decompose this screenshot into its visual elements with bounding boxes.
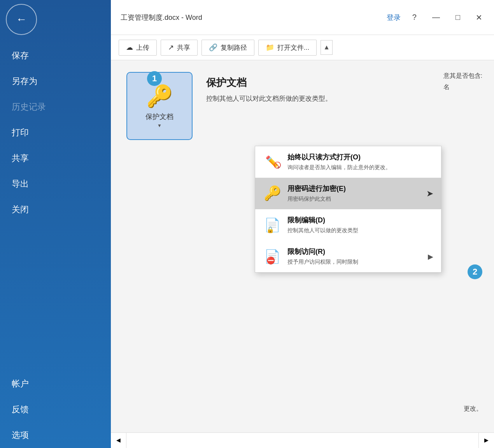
protect-desc-title: 保护文档 <box>206 76 332 89</box>
maximize-button[interactable]: □ <box>452 11 464 23</box>
scroll-right-button[interactable]: ► <box>478 433 494 448</box>
bottom-scrollbar: ◄ ► <box>111 432 494 448</box>
menu-item-restrict-access-text: 限制访问(R) 授予用户访问权限，同时限制 <box>287 247 422 266</box>
bottom-partial-text: 更改。 <box>464 405 482 413</box>
sidebar-item-export[interactable]: 导出 <box>0 171 111 197</box>
help-button[interactable]: ? <box>408 11 420 23</box>
upload-icon: ☁ <box>126 43 133 52</box>
minimize-button[interactable]: — <box>428 11 444 23</box>
titlebar-filename: 工资管理制度.docx - Word <box>121 13 387 22</box>
protect-doc-label: 保护文档 <box>145 112 173 121</box>
titlebar-controls: 登录 ? — □ ✕ <box>387 11 486 24</box>
menu-item-restrict-edit-text: 限制编辑(D) 控制其他人可以做的更改类型 <box>287 215 433 234</box>
protect-desc: 保护文档 控制其他人可以对此文档所做的更改类型。 <box>206 72 332 104</box>
submenu-arrow: ▶ <box>428 252 433 261</box>
sidebar-item-close[interactable]: 关闭 <box>0 197 111 222</box>
login-link[interactable]: 登录 <box>387 13 401 22</box>
sidebar-item-save[interactable]: 保存 <box>0 43 111 68</box>
toolbar-scroll-up[interactable]: ▲ <box>321 40 333 55</box>
share-icon: ↗ <box>168 43 174 52</box>
pencil-cancel-icon: ✏️🚫 <box>263 152 282 171</box>
scroll-left-button[interactable]: ◄ <box>111 433 126 448</box>
menu-item-encrypt-text: 用密码进行加密(E) 用密码保护此文档 <box>287 184 417 203</box>
badge-1: 1 <box>147 71 162 86</box>
sidebar-item-saveas[interactable]: 另存为 <box>0 68 111 94</box>
close-button[interactable]: ✕ <box>472 11 486 24</box>
file-stop-icon: 📄⛔ <box>263 247 282 266</box>
file-lock-icon: 📄🔒 <box>263 215 282 234</box>
menu-item-encrypt[interactable]: 🔑 用密码进行加密(E) 用密码保护此文档 ➤ <box>255 178 441 209</box>
copy-path-button[interactable]: 🔗 复制路径 <box>201 40 254 56</box>
main-content: 1 🔑 保护文档 ▼ 保护文档 控制其他人可以对此文档所做的更改类型。 意其是否… <box>111 60 494 432</box>
protect-doc-area: 🔑 保护文档 ▼ 保护文档 控制其他人可以对此文档所做的更改类型。 意其是否包含… <box>111 60 494 148</box>
toolbar: ☁ 上传 ↗ 共享 🔗 复制路径 📁 打开文件... ▲ <box>111 35 494 60</box>
sidebar-item-options[interactable]: 选项 <box>0 422 111 448</box>
sidebar-item-history: 历史记录 <box>0 94 111 120</box>
menu-item-restrict-access[interactable]: 📄⛔ 限制访问(R) 授予用户访问权限，同时限制 ▶ <box>255 241 441 272</box>
menu-item-readonly[interactable]: ✏️🚫 始终以只读方式打开(O) 询问读者是否加入编辑，防止意外的更改。 <box>255 146 441 178</box>
sidebar-menu: 保存 另存为 历史记录 打印 共享 导出 关闭 <box>0 43 111 222</box>
sidebar: ← 保存 另存为 历史记录 打印 共享 导出 关闭 帐户 反馈 选 <box>0 0 111 448</box>
folder-icon: 📁 <box>266 43 274 52</box>
badge-2: 2 <box>468 264 482 279</box>
open-file-button[interactable]: 📁 打开文件... <box>258 40 317 56</box>
cursor-indicator: ➤ <box>426 189 433 199</box>
upload-button[interactable]: ☁ 上传 <box>119 40 157 56</box>
protect-doc-arrow: ▼ <box>157 123 162 128</box>
right-partial-text-1: 意其是否包含: 名 <box>443 72 482 91</box>
protect-desc-text: 控制其他人可以对此文档所做的更改类型。 <box>206 93 332 104</box>
sidebar-item-account[interactable]: 帐户 <box>0 371 111 397</box>
menu-item-restrict-edit[interactable]: 📄🔒 限制编辑(D) 控制其他人可以做的更改类型 <box>255 209 441 241</box>
back-icon: ← <box>16 13 27 26</box>
sidebar-item-share[interactable]: 共享 <box>0 145 111 171</box>
protect-doc-icon: 🔑 <box>146 84 173 109</box>
key-icon: 🔑 <box>263 184 282 203</box>
link-icon: 🔗 <box>209 43 217 52</box>
menu-item-readonly-text: 始终以只读方式打开(O) 询问读者是否加入编辑，防止意外的更改。 <box>287 152 433 172</box>
sidebar-bottom: 帐户 反馈 选项 <box>0 371 111 448</box>
back-button[interactable]: ← <box>6 4 37 35</box>
share-button[interactable]: ↗ 共享 <box>161 40 198 56</box>
protect-dropdown-menu: ✏️🚫 始终以只读方式打开(O) 询问读者是否加入编辑，防止意外的更改。 🔑 用… <box>255 146 441 273</box>
sidebar-item-feedback[interactable]: 反馈 <box>0 397 111 422</box>
sidebar-item-print[interactable]: 打印 <box>0 120 111 145</box>
